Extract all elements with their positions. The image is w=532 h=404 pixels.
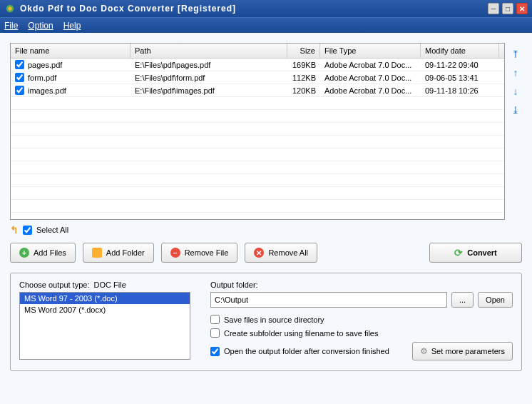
output-type-label: Choose output type:: [19, 281, 89, 289]
move-top-icon[interactable]: ⤒: [510, 49, 521, 60]
output-type-option[interactable]: MS Word 2007 (*.docx): [20, 304, 190, 315]
row-checkbox[interactable]: [15, 73, 24, 82]
table-row-empty: [11, 174, 504, 187]
menubar: File Option Help: [0, 17, 532, 33]
add-files-label: Add Files: [34, 248, 66, 257]
row-type: Adobe Acrobat 7.0 Doc...: [320, 85, 421, 96]
minus-icon: −: [170, 248, 180, 258]
row-type: Adobe Acrobat 7.0 Doc...: [320, 59, 421, 71]
row-size: 169KB: [287, 59, 320, 71]
table-row-empty: [11, 123, 504, 136]
file-table: File name Path Size File Type Modify dat…: [10, 43, 505, 220]
output-type-section: Choose output type: DOC File MS Word 97 …: [19, 281, 190, 360]
set-parameters-label: Set more parameters: [431, 347, 505, 355]
row-filename: form.pdf: [28, 74, 56, 82]
output-type-list[interactable]: MS Word 97 - 2003 (*.doc)MS Word 2007 (*…: [19, 292, 190, 360]
set-parameters-button[interactable]: ⚙ Set more parameters: [412, 342, 513, 360]
menu-option[interactable]: Option: [28, 21, 53, 31]
header-filetype[interactable]: File Type: [320, 44, 421, 58]
row-path: E:\Files\pdf\pages.pdf: [131, 59, 287, 71]
browse-button[interactable]: ...: [451, 292, 474, 308]
content-area: File name Path Size File Type Modify dat…: [0, 33, 532, 404]
row-checkbox[interactable]: [15, 60, 24, 69]
row-date: 09-06-05 13:41: [421, 72, 499, 84]
convert-label: Convert: [467, 248, 497, 257]
reorder-controls: ⤒ ↑ ↓ ⤓: [509, 43, 522, 220]
header-size[interactable]: Size: [287, 44, 320, 58]
add-folder-label: Add Folder: [106, 248, 145, 257]
output-folder-label: Output folder:: [210, 281, 513, 289]
up-arrow-icon: ↰: [10, 224, 19, 236]
select-all-checkbox[interactable]: [23, 226, 32, 235]
select-all-label: Select All: [36, 226, 68, 234]
remove-all-label: Remove All: [268, 248, 308, 257]
select-all-row: ↰ Select All: [10, 224, 522, 236]
header-filename[interactable]: File name: [11, 44, 131, 58]
plus-icon: +: [19, 248, 29, 258]
row-size: 120KB: [287, 85, 320, 96]
save-in-source-label: Save files in source directory: [224, 315, 324, 324]
create-subfolder-checkbox[interactable]: [210, 328, 220, 338]
header-modifydate[interactable]: Modify date: [421, 44, 499, 58]
remove-all-button[interactable]: ✕ Remove All: [245, 243, 317, 263]
move-bottom-icon[interactable]: ⤓: [510, 104, 521, 116]
row-filename: pages.pdf: [28, 61, 62, 69]
window-title: Okdo Pdf to Doc Docx Converter [Register…: [20, 4, 488, 14]
remove-file-label: Remove File: [185, 248, 229, 257]
open-folder-button[interactable]: Open: [478, 292, 513, 308]
table-row-empty: [11, 148, 504, 161]
add-files-button[interactable]: + Add Files: [10, 243, 76, 263]
table-header: File name Path Size File Type Modify dat…: [11, 44, 504, 59]
header-path[interactable]: Path: [131, 44, 287, 58]
maximize-button[interactable]: □: [502, 3, 513, 14]
table-row-empty: [11, 187, 504, 200]
table-row[interactable]: form.pdfE:\Files\pdf\form.pdf112KBAdobe …: [11, 71, 504, 84]
table-row-empty: [11, 110, 504, 123]
table-row[interactable]: pages.pdfE:\Files\pdf\pages.pdf169KBAdob…: [11, 59, 504, 71]
titlebar: Okdo Pdf to Doc Docx Converter [Register…: [0, 0, 532, 17]
output-type-current: DOC File: [94, 281, 126, 289]
output-folder-input[interactable]: [210, 292, 447, 308]
output-type-option[interactable]: MS Word 97 - 2003 (*.doc): [20, 293, 190, 304]
action-buttons: + Add Files Add Folder − Remove File ✕ R…: [10, 243, 522, 263]
open-after-checkbox[interactable]: [210, 347, 220, 356]
row-date: 09-11-18 10:26: [421, 85, 499, 96]
row-filename: images.pdf: [28, 86, 66, 95]
create-subfolder-label: Create subfolder using filename to save …: [224, 329, 378, 338]
output-panel: Choose output type: DOC File MS Word 97 …: [10, 273, 522, 371]
save-in-source-checkbox[interactable]: [210, 315, 220, 324]
convert-icon: ⟳: [454, 247, 463, 258]
row-path: E:\Files\pdf\form.pdf: [131, 72, 287, 84]
remove-file-button[interactable]: − Remove File: [161, 243, 238, 263]
table-row-empty: [11, 200, 504, 213]
table-row[interactable]: images.pdfE:\Files\pdf\images.pdf120KBAd…: [11, 84, 504, 97]
row-date: 09-11-22 09:40: [421, 59, 499, 71]
app-icon: [4, 3, 16, 14]
table-row-empty: [11, 136, 504, 148]
table-row-empty: [11, 161, 504, 174]
menu-help[interactable]: Help: [63, 21, 81, 31]
close-button[interactable]: ✕: [516, 3, 528, 14]
menu-file[interactable]: File: [4, 21, 18, 31]
svg-point-1: [8, 6, 11, 10]
open-after-label: Open the output folder after conversion …: [224, 347, 389, 355]
move-down-icon[interactable]: ↓: [510, 86, 521, 97]
convert-button[interactable]: ⟳ Convert: [429, 243, 522, 263]
gear-icon: ⚙: [420, 346, 428, 356]
row-path: E:\Files\pdf\images.pdf: [131, 85, 287, 96]
table-row-empty: [11, 97, 504, 110]
minimize-button[interactable]: ─: [488, 3, 499, 14]
table-row-empty: [11, 213, 504, 220]
output-folder-section: Output folder: ... Open Save files in so…: [210, 281, 513, 360]
row-checkbox[interactable]: [15, 86, 24, 95]
move-up-icon[interactable]: ↑: [510, 67, 521, 79]
x-icon: ✕: [254, 248, 264, 258]
row-size: 112KB: [287, 72, 320, 84]
folder-icon: [92, 248, 102, 258]
row-type: Adobe Acrobat 7.0 Doc...: [320, 72, 421, 84]
add-folder-button[interactable]: Add Folder: [83, 243, 154, 263]
